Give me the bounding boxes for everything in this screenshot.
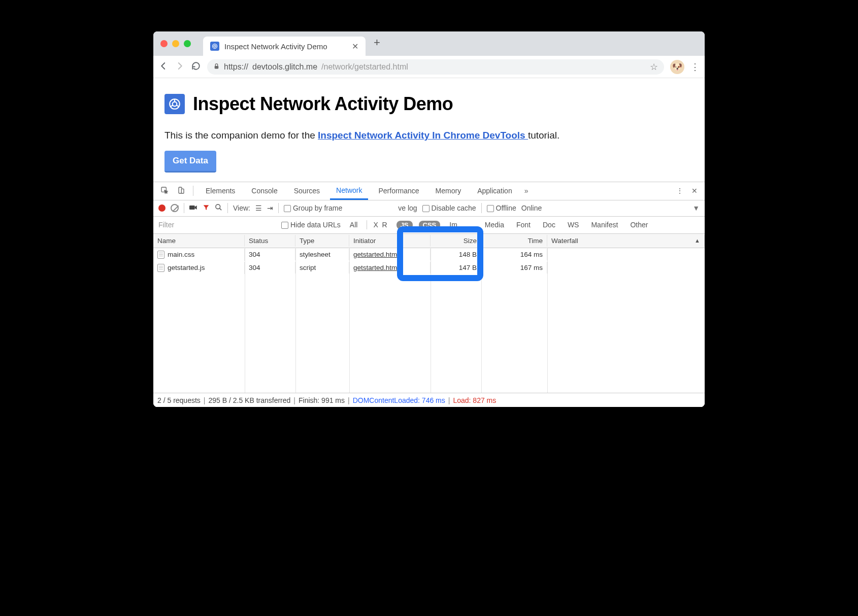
page-title: Inspect Network Activity Demo — [193, 93, 453, 115]
tab-memory[interactable]: Memory — [430, 182, 468, 200]
tutorial-link[interactable]: Inspect Network Activity In Chrome DevTo… — [318, 130, 528, 141]
filter-toggle-icon[interactable] — [203, 204, 210, 213]
col-waterfall[interactable]: Waterfall▲ — [547, 235, 705, 247]
filter-type-ws[interactable]: WS — [565, 220, 582, 229]
devtools-tabs: Elements Console Sources Network Perform… — [153, 182, 705, 200]
svg-point-0 — [213, 44, 217, 49]
reload-button[interactable] — [191, 61, 201, 73]
status-dcl: DOMContentLoaded: 746 ms — [353, 396, 445, 404]
network-table: Name Status Type Initiator Size Time Wat… — [153, 234, 705, 393]
disable-cache-checkbox[interactable]: Disable cache — [422, 204, 476, 212]
offline-label: Offline — [496, 204, 516, 212]
close-tab-icon[interactable]: ✕ — [352, 42, 358, 51]
overview-icon[interactable]: ⇥ — [267, 204, 273, 212]
tab-network[interactable]: Network — [330, 182, 368, 200]
hide-data-urls-label: Hide data URLs — [290, 221, 341, 229]
file-icon — [157, 251, 164, 259]
group-by-frame-checkbox[interactable]: Group by frame — [284, 204, 342, 212]
browser-window: Inspect Network Activity Demo ✕ + https:… — [153, 31, 705, 407]
profile-avatar[interactable]: 🐶 — [670, 60, 684, 74]
offline-checkbox[interactable]: Offline — [487, 204, 516, 212]
filter-input[interactable] — [158, 221, 275, 229]
forward-button[interactable] — [175, 61, 185, 73]
svg-rect-11 — [189, 206, 195, 210]
bookmark-star-icon[interactable]: ☆ — [650, 61, 658, 73]
tab-strip: Inspect Network Activity Demo ✕ + — [153, 31, 705, 56]
filter-type-doc[interactable]: Doc — [540, 220, 558, 229]
col-type[interactable]: Type — [295, 235, 349, 247]
page-content: Inspect Network Activity Demo This is th… — [153, 78, 705, 182]
cell-name: main.css — [168, 251, 194, 258]
svg-line-6 — [170, 105, 173, 107]
browser-tab[interactable]: Inspect Network Activity Demo ✕ — [203, 37, 366, 56]
table-row[interactable]: main.css 304 stylesheet getstarted.html … — [153, 248, 705, 261]
devtools-panel: Elements Console Sources Network Perform… — [153, 182, 705, 407]
status-requests: 2 / 5 requests — [157, 396, 201, 404]
status-finish: Finish: 991 ms — [299, 396, 345, 404]
tab-application[interactable]: Application — [471, 182, 518, 200]
page-intro: This is the companion demo for the Inspe… — [164, 129, 694, 143]
col-time[interactable]: Time — [481, 235, 547, 247]
throttling-select[interactable]: Online — [521, 204, 542, 212]
record-button[interactable] — [158, 204, 166, 212]
camera-icon[interactable] — [189, 204, 197, 212]
filter-type-js[interactable]: JS — [397, 221, 413, 229]
col-status[interactable]: Status — [245, 235, 295, 247]
tab-console[interactable]: Console — [245, 182, 283, 200]
device-toolbar-icon[interactable] — [175, 186, 187, 196]
filter-type-media[interactable]: Media — [482, 220, 507, 229]
network-status-bar: 2 / 5 requests | 295 B / 2.5 KB transfer… — [153, 393, 705, 407]
address-bar[interactable]: https://devtools.glitch.me/network/getst… — [207, 59, 664, 75]
intro-text-before: This is the companion demo for the — [164, 130, 318, 141]
filter-type-other[interactable]: Other — [627, 220, 651, 229]
clear-button[interactable] — [171, 204, 179, 212]
col-size[interactable]: Size — [431, 235, 481, 247]
get-data-button[interactable]: Get Data — [164, 151, 216, 173]
tab-performance[interactable]: Performance — [372, 182, 425, 200]
cell-status: 304 — [245, 262, 295, 273]
back-button[interactable] — [158, 61, 169, 73]
hide-data-urls-checkbox[interactable]: Hide data URLs — [281, 221, 341, 229]
minimize-window-button[interactable] — [172, 40, 179, 47]
cell-initiator[interactable]: getstarted.html — [353, 264, 399, 271]
filter-type-all[interactable]: All — [347, 220, 361, 229]
file-icon — [157, 264, 164, 272]
cell-initiator[interactable]: getstarted.html — [353, 251, 399, 258]
browser-toolbar: https://devtools.glitch.me/network/getst… — [153, 56, 705, 78]
search-icon[interactable] — [215, 203, 222, 213]
col-initiator[interactable]: Initiator — [349, 235, 431, 247]
close-devtools-icon[interactable]: ✕ — [689, 187, 700, 195]
svg-point-12 — [216, 204, 220, 209]
cell-status: 304 — [245, 249, 295, 260]
filter-type-font[interactable]: Font — [513, 220, 534, 229]
cell-size: 147 B — [431, 262, 481, 273]
inspect-element-icon[interactable] — [158, 186, 171, 196]
filter-type-manifest[interactable]: Manifest — [588, 220, 621, 229]
table-body: main.css 304 stylesheet getstarted.html … — [153, 248, 705, 393]
cell-type: stylesheet — [295, 249, 349, 260]
large-rows-icon[interactable]: ☰ — [255, 204, 262, 212]
filter-type-css[interactable]: CSS — [419, 221, 441, 229]
new-tab-button[interactable]: + — [366, 36, 388, 49]
close-window-button[interactable] — [160, 40, 168, 47]
tab-sources[interactable]: Sources — [288, 182, 326, 200]
intro-text-after: tutorial. — [528, 130, 559, 141]
maximize-window-button[interactable] — [184, 40, 191, 47]
tab-elements[interactable]: Elements — [200, 182, 241, 200]
col-name[interactable]: Name — [153, 235, 245, 247]
favicon-icon — [210, 42, 219, 51]
preserve-log-checkbox[interactable]: ve log — [398, 204, 417, 212]
table-row[interactable]: getstarted.js 304 script getstarted.html… — [153, 261, 705, 275]
group-by-frame-label: Group by frame — [293, 204, 342, 212]
filter-type-img[interactable]: Im — [446, 220, 460, 229]
disable-cache-label: Disable cache — [432, 204, 476, 212]
browser-menu-button[interactable]: ⋮ — [690, 61, 700, 73]
tab-title: Inspect Network Activity Demo — [224, 42, 327, 51]
toolbar-more-icon[interactable]: ▼ — [692, 204, 700, 212]
filter-type-xhr[interactable]: X R — [367, 220, 390, 229]
cell-type: script — [295, 262, 349, 273]
cell-time: 164 ms — [481, 249, 547, 260]
more-tabs-icon[interactable]: » — [522, 187, 531, 195]
devtools-menu-icon[interactable]: ⋮ — [674, 187, 685, 195]
view-label: View: — [233, 204, 250, 212]
